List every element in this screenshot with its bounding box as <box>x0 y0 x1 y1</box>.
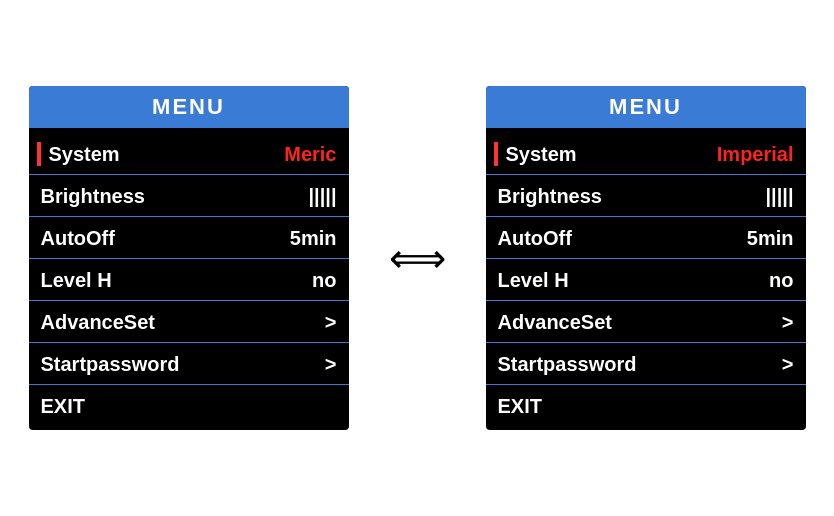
left-exit-label: EXIT <box>41 395 85 418</box>
left-autooff-value: 5min <box>290 227 337 250</box>
left-advanceset-value: > <box>325 311 337 334</box>
left-system-row[interactable]: System Meric <box>29 132 349 175</box>
right-levelh-value: no <box>769 269 793 292</box>
right-startpassword-row[interactable]: Startpassword > <box>486 343 806 385</box>
right-system-bar <box>494 142 498 166</box>
right-brightness-value: ||||| <box>766 185 794 208</box>
right-brightness-row[interactable]: Brightness ||||| <box>486 175 806 217</box>
left-panel: MENU System Meric Brightness ||||| AutoO… <box>29 86 349 430</box>
left-autooff-row[interactable]: AutoOff 5min <box>29 217 349 259</box>
left-levelh-value: no <box>312 269 336 292</box>
right-exit-row[interactable]: EXIT <box>486 385 806 426</box>
left-system-bar <box>37 142 41 166</box>
left-levelh-row[interactable]: Level H no <box>29 259 349 301</box>
left-startpassword-label: Startpassword <box>41 353 180 376</box>
arrow-icon: ⟺ <box>389 235 446 281</box>
left-system-value: Meric <box>284 143 336 166</box>
left-startpassword-value: > <box>325 353 337 376</box>
left-brightness-label: Brightness <box>41 185 145 208</box>
left-startpassword-row[interactable]: Startpassword > <box>29 343 349 385</box>
right-brightness-label: Brightness <box>498 185 602 208</box>
left-brightness-value: ||||| <box>309 185 337 208</box>
right-autooff-value: 5min <box>747 227 794 250</box>
right-levelh-row[interactable]: Level H no <box>486 259 806 301</box>
left-system-label: System <box>49 143 285 166</box>
right-menu-body: System Imperial Brightness ||||| AutoOff… <box>486 128 806 430</box>
left-menu-header: MENU <box>29 86 349 128</box>
left-levelh-label: Level H <box>41 269 112 292</box>
right-advanceset-value: > <box>782 311 794 334</box>
right-system-label: System <box>506 143 717 166</box>
right-exit-label: EXIT <box>498 395 542 418</box>
left-exit-row[interactable]: EXIT <box>29 385 349 426</box>
left-advanceset-row[interactable]: AdvanceSet > <box>29 301 349 343</box>
left-menu-body: System Meric Brightness ||||| AutoOff 5m… <box>29 128 349 430</box>
left-brightness-row[interactable]: Brightness ||||| <box>29 175 349 217</box>
right-panel: MENU System Imperial Brightness ||||| Au… <box>486 86 806 430</box>
right-autooff-label: AutoOff <box>498 227 572 250</box>
right-advanceset-row[interactable]: AdvanceSet > <box>486 301 806 343</box>
right-advanceset-label: AdvanceSet <box>498 311 613 334</box>
left-advanceset-label: AdvanceSet <box>41 311 156 334</box>
left-autooff-label: AutoOff <box>41 227 115 250</box>
right-system-value: Imperial <box>717 143 794 166</box>
right-startpassword-label: Startpassword <box>498 353 637 376</box>
right-levelh-label: Level H <box>498 269 569 292</box>
right-startpassword-value: > <box>782 353 794 376</box>
right-system-row[interactable]: System Imperial <box>486 132 806 175</box>
right-autooff-row[interactable]: AutoOff 5min <box>486 217 806 259</box>
right-menu-header: MENU <box>486 86 806 128</box>
